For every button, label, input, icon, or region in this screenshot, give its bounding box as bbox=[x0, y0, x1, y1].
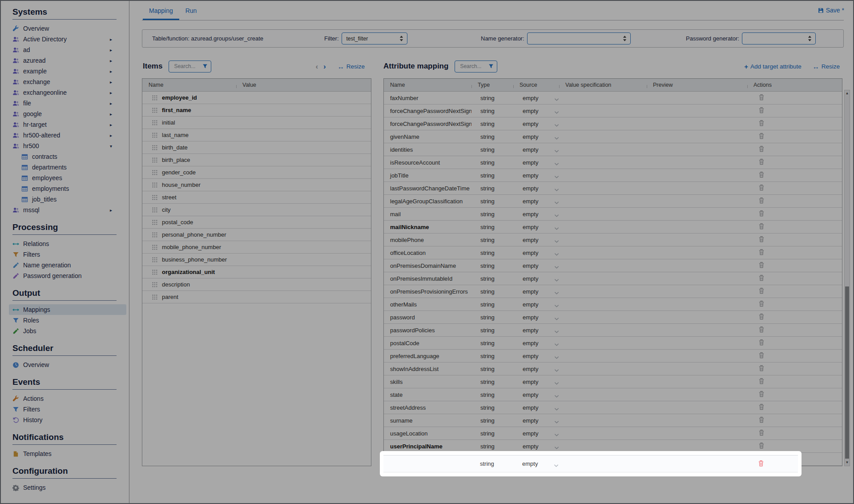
drag-handle-icon[interactable] bbox=[152, 169, 157, 175]
chevron-down-icon[interactable] bbox=[554, 406, 559, 409]
delete-attribute-button[interactable] bbox=[758, 210, 765, 217]
mapping-row-officelocation[interactable]: officeLocationstringempty bbox=[384, 246, 842, 259]
mapping-row-identities[interactable]: identitiesstringempty bbox=[384, 143, 842, 156]
sidebar-item-employments[interactable]: employments bbox=[9, 183, 126, 194]
delete-attribute-button[interactable] bbox=[758, 107, 765, 113]
sidebar-item-filters[interactable]: Filters bbox=[9, 249, 126, 260]
drag-handle-icon[interactable] bbox=[152, 120, 157, 125]
attribute-source-select[interactable]: empty bbox=[513, 198, 559, 205]
drag-handle-icon[interactable] bbox=[152, 294, 157, 300]
items-row-street[interactable]: street bbox=[142, 191, 371, 204]
chevron-down-icon[interactable] bbox=[554, 444, 559, 448]
delete-attribute-button[interactable] bbox=[758, 365, 765, 371]
sidebar-item-contracts[interactable]: contracts bbox=[9, 151, 126, 162]
drag-handle-icon[interactable] bbox=[152, 244, 157, 250]
chevron-down-icon[interactable]: ▾ bbox=[110, 144, 112, 149]
sidebar-item-roles[interactable]: Roles bbox=[9, 315, 126, 326]
chevron-right-icon[interactable]: ▸ bbox=[110, 122, 112, 127]
attribute-source-select[interactable]: empty bbox=[513, 391, 559, 398]
mapping-row-isresourceaccount[interactable]: isResourceAccountstringempty bbox=[384, 156, 842, 169]
attribute-source-select[interactable]: empty bbox=[513, 327, 559, 334]
filter-select[interactable]: test_filter bbox=[342, 32, 407, 44]
chevron-down-icon[interactable] bbox=[554, 186, 559, 190]
delete-attribute-button[interactable] bbox=[758, 339, 765, 346]
items-row-organizational-unit[interactable]: organizational_unit bbox=[142, 266, 371, 278]
sidebar-item-hr500-altered[interactable]: hr500-altered▸ bbox=[9, 130, 126, 141]
drag-handle-icon[interactable] bbox=[152, 182, 157, 188]
delete-attribute-button[interactable] bbox=[758, 391, 765, 397]
new-attribute-row[interactable]: string empty bbox=[383, 455, 798, 472]
chevron-down-icon[interactable] bbox=[554, 462, 559, 466]
delete-attribute-button[interactable] bbox=[758, 197, 765, 204]
items-row-postal-code[interactable]: postal_code bbox=[142, 216, 371, 229]
drag-handle-icon[interactable] bbox=[152, 232, 157, 238]
chevron-down-icon[interactable] bbox=[554, 328, 559, 332]
mapping-row-password[interactable]: passwordstringempty bbox=[384, 311, 842, 324]
new-attribute-source[interactable]: empty bbox=[513, 460, 559, 467]
drag-handle-icon[interactable] bbox=[152, 145, 157, 150]
tab-run[interactable]: Run bbox=[179, 1, 203, 20]
items-row-city[interactable]: city bbox=[142, 204, 371, 216]
attribute-source-select[interactable]: empty bbox=[513, 443, 559, 450]
drag-handle-icon[interactable] bbox=[152, 282, 157, 287]
chevron-down-icon[interactable] bbox=[554, 431, 559, 435]
drag-handle-icon[interactable] bbox=[152, 194, 157, 200]
mapping-row-mail[interactable]: mailstringempty bbox=[384, 208, 842, 221]
sidebar-item-employees[interactable]: employees bbox=[9, 173, 126, 183]
delete-attribute-button[interactable] bbox=[758, 352, 765, 359]
sidebar-item-templates[interactable]: Templates bbox=[9, 448, 126, 459]
chevron-down-icon[interactable] bbox=[554, 315, 559, 319]
items-row-gender-code[interactable]: gender_code bbox=[142, 166, 371, 179]
delete-attribute-button[interactable] bbox=[758, 249, 765, 255]
attribute-source-select[interactable]: empty bbox=[513, 211, 559, 218]
sidebar-item-hr-target[interactable]: hr-target▸ bbox=[9, 119, 126, 130]
chevron-down-icon[interactable] bbox=[554, 122, 559, 125]
mapping-resize-button[interactable]: ↔ Resize bbox=[813, 63, 840, 70]
chevron-right-icon[interactable]: ▸ bbox=[110, 208, 112, 213]
sidebar-item-settings[interactable]: Settings bbox=[9, 482, 126, 493]
mapping-row-lastpasswordchangedatetime[interactable]: lastPasswordChangeDateTimestringempty bbox=[384, 182, 842, 195]
drag-handle-icon[interactable] bbox=[152, 269, 157, 275]
delete-attribute-button[interactable] bbox=[758, 326, 765, 333]
mapping-row-legalagegroupclassification[interactable]: legalAgeGroupClassificationstringempty bbox=[384, 195, 842, 208]
attribute-source-select[interactable]: empty bbox=[513, 430, 559, 437]
chevron-right-icon[interactable]: ▸ bbox=[110, 37, 112, 42]
vertical-scrollbar[interactable]: ▲ ▼ bbox=[844, 90, 850, 466]
attribute-source-select[interactable]: empty bbox=[513, 366, 559, 372]
chevron-down-icon[interactable] bbox=[554, 109, 559, 113]
delete-attribute-button[interactable] bbox=[758, 403, 765, 410]
chevron-down-icon[interactable] bbox=[554, 277, 559, 280]
sidebar-item-mssql[interactable]: mssql▸ bbox=[9, 205, 126, 215]
delete-attribute-button[interactable] bbox=[758, 171, 765, 178]
prev-page-icon[interactable]: ‹ bbox=[315, 63, 318, 70]
chevron-right-icon[interactable]: ▸ bbox=[110, 112, 112, 117]
delete-attribute-button[interactable] bbox=[758, 274, 765, 281]
sidebar-item-relations[interactable]: Relations bbox=[9, 238, 126, 249]
delete-attribute-button[interactable] bbox=[758, 378, 765, 384]
delete-attribute-button[interactable] bbox=[758, 133, 765, 139]
sidebar-item-exchangeonline[interactable]: exchangeonline▸ bbox=[9, 87, 126, 98]
add-target-attribute-button[interactable]: + Add target attribute bbox=[744, 63, 802, 70]
chevron-right-icon[interactable]: ▸ bbox=[110, 58, 112, 63]
chevron-down-icon[interactable] bbox=[554, 341, 559, 345]
sidebar-item-hr500[interactable]: hr500▾ bbox=[9, 141, 126, 151]
mapping-row-jobtitle[interactable]: jobTitlestringempty bbox=[384, 169, 842, 182]
mapping-row-streetaddress[interactable]: streetAddressstringempty bbox=[384, 401, 842, 414]
attribute-source-select[interactable]: empty bbox=[513, 172, 559, 179]
mapping-row-state[interactable]: statestringempty bbox=[384, 388, 842, 401]
attribute-source-select[interactable]: empty bbox=[513, 95, 559, 101]
items-row-birth-date[interactable]: birth_date bbox=[142, 141, 371, 154]
delete-attribute-button[interactable] bbox=[758, 184, 765, 191]
attribute-source-select[interactable]: empty bbox=[513, 379, 559, 385]
delete-new-attribute-button[interactable] bbox=[758, 460, 764, 467]
items-row-mobile-phone-number[interactable]: mobile_phone_number bbox=[142, 241, 371, 254]
items-row-parent[interactable]: parent bbox=[142, 291, 371, 303]
sidebar-item-filters[interactable]: Filters bbox=[9, 404, 126, 415]
delete-attribute-button[interactable] bbox=[758, 120, 765, 126]
items-search-input[interactable] bbox=[173, 63, 202, 70]
attribute-source-select[interactable]: empty bbox=[513, 275, 559, 282]
chevron-right-icon[interactable]: ▸ bbox=[110, 80, 112, 85]
chevron-right-icon[interactable]: ▸ bbox=[110, 133, 112, 138]
chevron-down-icon[interactable] bbox=[554, 161, 559, 164]
drag-handle-icon[interactable] bbox=[152, 107, 157, 113]
